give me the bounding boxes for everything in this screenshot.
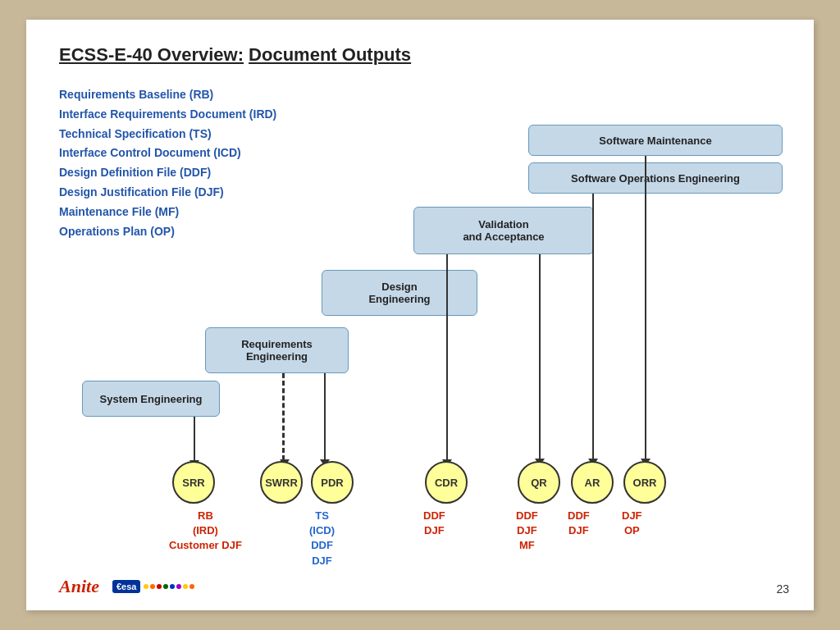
- doc-item-1: Requirements Baseline (RB): [59, 85, 276, 105]
- document-list: Requirements Baseline (RB) Interface Req…: [59, 85, 276, 241]
- requirements-engineering-box: Requirements Engineering: [205, 327, 349, 373]
- label-pdr: TS (ICD) DDF DJF: [309, 509, 335, 568]
- circle-pdr: PDR: [311, 461, 354, 504]
- software-maintenance-box: Software Maintenance: [528, 125, 783, 156]
- label-orr: DJF OP: [622, 509, 642, 538]
- doc-item-6: Design Justification File (DJF): [59, 183, 276, 203]
- design-engineering-box: Design Engineering: [322, 270, 477, 316]
- footer: Anite €esa: [59, 576, 194, 597]
- arrow-val-cdr: [446, 254, 448, 460]
- arrow-se-srr: [194, 417, 195, 461]
- doc-item-5: Design Definition File (DDF): [59, 163, 276, 183]
- doc-item-7: Maintenance File (MF): [59, 203, 276, 222]
- circle-ar: AR: [571, 461, 614, 504]
- doc-item-3: Technical Specification (TS): [59, 125, 276, 144]
- doc-item-2: Interface Requirements Document (IRD): [59, 105, 276, 125]
- label-cdr: DDF DJF: [423, 509, 445, 538]
- system-engineering-box: System Engineering: [82, 381, 220, 417]
- arrow-top-orr: [645, 156, 646, 459]
- slide: ECSS-E-40 Overview: Document Outputs Req…: [26, 20, 814, 610]
- circle-srr: SRR: [172, 461, 215, 504]
- label-ar: DDF DJF: [568, 509, 590, 538]
- circle-cdr: CDR: [425, 461, 468, 504]
- doc-item-8: Operations Plan (OP): [59, 222, 276, 242]
- label-srr: RB (IRD) Customer DJF: [169, 509, 242, 554]
- label-qr: DDF DJF MF: [516, 509, 538, 554]
- circle-orr: ORR: [623, 461, 666, 504]
- esa-logo: €esa: [112, 580, 194, 593]
- slide-title: ECSS-E-40 Overview: Document Outputs: [59, 44, 781, 66]
- validation-box: Validation and Acceptance: [413, 207, 594, 254]
- arrow-val-qr: [539, 254, 541, 459]
- arrow-top-ar: [592, 194, 594, 459]
- page-number: 23: [776, 582, 789, 596]
- dashed-re-swrr: [282, 373, 285, 460]
- title-underline: Document Outputs: [249, 44, 411, 65]
- anite-logo: Anite: [59, 576, 99, 597]
- doc-item-4: Interface Control Document (ICD): [59, 144, 276, 163]
- circle-qr: QR: [518, 461, 560, 504]
- circle-swrr: SWRR: [260, 461, 303, 504]
- software-operations-box: Software Operations Engineering: [528, 162, 783, 194]
- arrow-re-pdr: [324, 373, 326, 460]
- title-plain: ECSS-E-40 Overview:: [59, 44, 244, 65]
